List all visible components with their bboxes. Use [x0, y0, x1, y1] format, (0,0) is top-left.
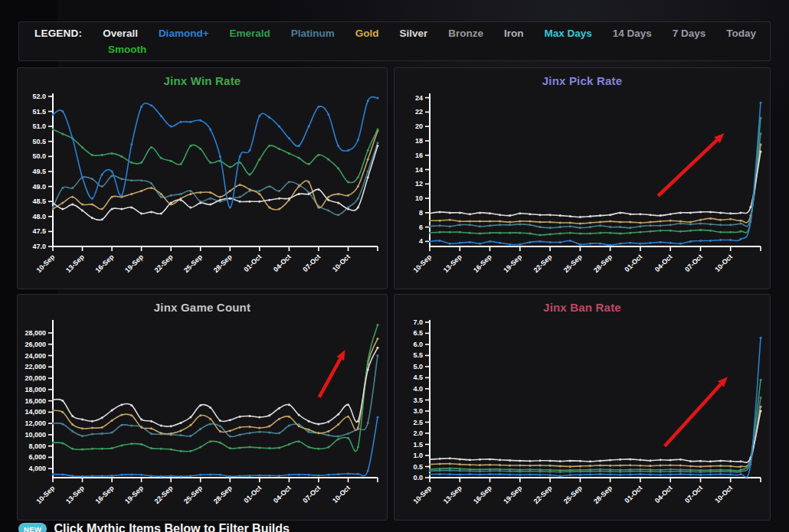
- svg-text:07-Oct: 07-Oct: [301, 484, 322, 504]
- svg-text:47.0: 47.0: [32, 243, 46, 250]
- svg-text:18,000: 18,000: [25, 386, 46, 393]
- legend-item-max-days[interactable]: Max Days: [544, 28, 591, 39]
- svg-text:10-Sep: 10-Sep: [34, 484, 56, 505]
- legend-item-7-days[interactable]: 7 Days: [673, 28, 706, 39]
- svg-text:51.0: 51.0: [32, 122, 46, 130]
- svg-text:26,000: 26,000: [25, 341, 46, 348]
- svg-text:19-Sep: 19-Sep: [123, 253, 145, 274]
- legend-item-emerald[interactable]: Emerald: [229, 28, 270, 39]
- pick-rate-title: Jinx Pick Rate: [394, 68, 770, 87]
- svg-text:10-Sep: 10-Sep: [411, 253, 433, 274]
- svg-text:8: 8: [419, 209, 423, 217]
- svg-text:28-Sep: 28-Sep: [212, 484, 234, 505]
- svg-text:04-Oct: 04-Oct: [653, 484, 674, 504]
- svg-text:16-Sep: 16-Sep: [472, 484, 493, 505]
- svg-text:7.0: 7.0: [413, 318, 423, 326]
- svg-text:07-Oct: 07-Oct: [301, 253, 322, 273]
- svg-text:19-Sep: 19-Sep: [502, 484, 523, 505]
- svg-text:6: 6: [419, 224, 423, 231]
- legend-item-silver[interactable]: Silver: [399, 28, 427, 39]
- svg-text:8,000: 8,000: [28, 442, 46, 450]
- svg-text:6.5: 6.5: [413, 329, 423, 337]
- legend-item-bronze[interactable]: Bronze: [448, 28, 483, 39]
- legend-label: LEGEND:: [34, 28, 82, 39]
- legend-item-smooth[interactable]: Smooth: [108, 44, 146, 55]
- svg-text:14: 14: [415, 166, 423, 174]
- svg-text:47.5: 47.5: [32, 227, 46, 235]
- svg-text:48.0: 48.0: [32, 213, 46, 220]
- new-badge: NEW: [18, 523, 47, 532]
- win-rate-chart[interactable]: 47.047.548.048.549.049.550.050.551.051.5…: [18, 89, 387, 283]
- svg-text:1.5: 1.5: [413, 441, 423, 449]
- svg-text:01-Oct: 01-Oct: [623, 253, 643, 273]
- svg-text:20: 20: [415, 122, 423, 130]
- svg-text:01-Oct: 01-Oct: [623, 484, 643, 504]
- svg-text:14,000: 14,000: [25, 408, 46, 416]
- svg-text:49.0: 49.0: [32, 183, 46, 191]
- chart-card-game-count: Jinx Game Count 4,0006,0008,00010,00012,…: [17, 294, 388, 521]
- svg-text:10: 10: [415, 194, 423, 202]
- svg-text:10,000: 10,000: [25, 431, 46, 439]
- svg-text:2.0: 2.0: [413, 429, 423, 437]
- footer-text: Click Mythic Items Below to Filter Build…: [54, 522, 290, 532]
- svg-text:12: 12: [415, 180, 423, 188]
- svg-text:04-Oct: 04-Oct: [653, 253, 674, 273]
- svg-text:22-Sep: 22-Sep: [532, 484, 554, 505]
- svg-text:50.0: 50.0: [32, 152, 46, 160]
- legend-item-overall[interactable]: Overall: [103, 28, 138, 39]
- svg-text:2.5: 2.5: [413, 419, 423, 426]
- legend-row-2: Smooth: [19, 39, 770, 56]
- svg-text:25-Sep: 25-Sep: [562, 253, 584, 274]
- svg-text:3.0: 3.0: [413, 407, 423, 415]
- svg-text:3.5: 3.5: [413, 397, 423, 404]
- svg-text:10-Oct: 10-Oct: [331, 484, 352, 504]
- svg-text:13-Sep: 13-Sep: [442, 253, 463, 274]
- svg-text:13-Sep: 13-Sep: [64, 253, 86, 274]
- svg-text:22-Sep: 22-Sep: [153, 253, 175, 274]
- svg-text:6.0: 6.0: [413, 341, 423, 348]
- svg-text:0.0: 0.0: [413, 474, 423, 481]
- chart-card-win-rate: Jinx Win Rate 47.047.548.048.549.049.550…: [17, 67, 388, 289]
- legend-item-platinum[interactable]: Platinum: [291, 28, 335, 39]
- svg-text:10-Sep: 10-Sep: [34, 253, 56, 274]
- svg-text:16-Sep: 16-Sep: [472, 253, 493, 274]
- svg-text:19-Sep: 19-Sep: [123, 484, 145, 505]
- win-rate-title: Jinx Win Rate: [18, 68, 387, 87]
- chart-card-ban-rate: Jinx Ban Rate 0.00.51.01.52.02.53.03.54.…: [394, 294, 771, 521]
- svg-text:13-Sep: 13-Sep: [442, 484, 463, 505]
- legend-item-diamond-[interactable]: Diamond+: [159, 28, 209, 39]
- svg-text:16-Sep: 16-Sep: [94, 484, 116, 505]
- chart-card-pick-rate: Jinx Pick Rate 468101214161820222410-Sep…: [394, 67, 771, 289]
- svg-text:10-Oct: 10-Oct: [713, 253, 734, 273]
- svg-text:24,000: 24,000: [25, 352, 46, 360]
- legend-item-iron[interactable]: Iron: [504, 28, 524, 39]
- svg-text:4.0: 4.0: [413, 385, 423, 393]
- svg-text:4,000: 4,000: [28, 465, 46, 472]
- svg-text:22: 22: [415, 108, 423, 116]
- game-count-title: Jinx Game Count: [18, 295, 387, 314]
- svg-text:52.0: 52.0: [32, 93, 46, 100]
- svg-text:28-Sep: 28-Sep: [212, 253, 234, 274]
- svg-text:01-Oct: 01-Oct: [242, 253, 263, 273]
- svg-text:50.5: 50.5: [32, 138, 46, 145]
- svg-text:20,000: 20,000: [25, 374, 46, 382]
- svg-text:18: 18: [415, 137, 423, 145]
- game-count-chart[interactable]: 4,0006,0008,00010,00012,00014,00016,0001…: [18, 315, 387, 514]
- svg-text:5.5: 5.5: [413, 351, 423, 359]
- svg-text:12,000: 12,000: [25, 419, 46, 427]
- ban-rate-chart[interactable]: 0.00.51.01.52.02.53.03.54.04.55.05.56.06…: [394, 315, 770, 514]
- svg-text:16-Sep: 16-Sep: [94, 253, 116, 274]
- svg-text:19-Sep: 19-Sep: [502, 253, 523, 274]
- legend-item-gold[interactable]: Gold: [355, 28, 379, 39]
- svg-text:25-Sep: 25-Sep: [562, 484, 584, 505]
- footer-promo: NEW Click Mythic Items Below to Filter B…: [18, 522, 290, 532]
- pick-rate-chart[interactable]: 468101214161820222410-Sep13-Sep16-Sep19-…: [394, 89, 770, 283]
- svg-text:22-Sep: 22-Sep: [153, 484, 175, 505]
- svg-text:07-Oct: 07-Oct: [683, 484, 704, 504]
- legend-item-today[interactable]: Today: [726, 28, 756, 39]
- legend-item-14-days[interactable]: 14 Days: [613, 28, 652, 39]
- svg-text:49.5: 49.5: [32, 168, 46, 175]
- svg-text:24: 24: [415, 94, 423, 102]
- ban-rate-title: Jinx Ban Rate: [394, 295, 770, 314]
- svg-text:13-Sep: 13-Sep: [64, 484, 86, 505]
